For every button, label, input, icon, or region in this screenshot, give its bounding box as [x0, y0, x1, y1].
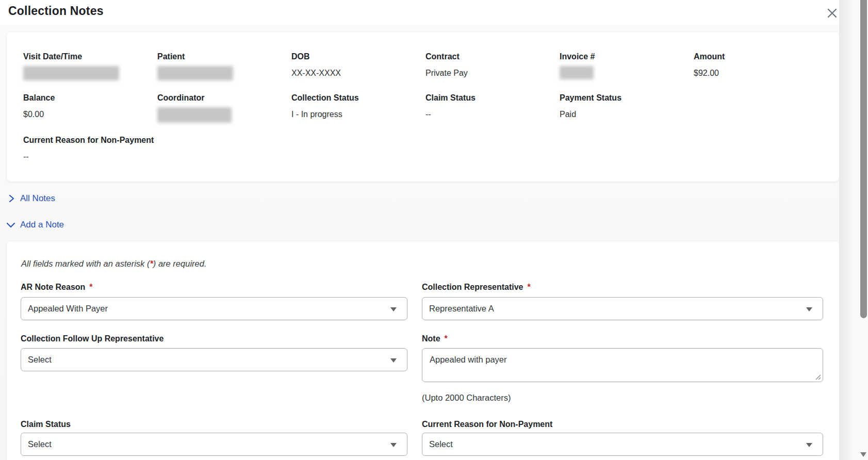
field-invoice-number: Invoice #: [560, 52, 694, 80]
note-char-limit-hint: (Upto 2000 Characters): [422, 393, 511, 403]
label-text: AR Note Reason: [21, 283, 85, 291]
asterisk: *: [445, 334, 448, 343]
chevron-down-icon: [6, 221, 15, 229]
close-icon: [827, 8, 838, 19]
ar-note-reason-select[interactable]: Appealed With Payer: [21, 297, 407, 320]
add-note-label: Add a Note: [20, 220, 64, 230]
current-reason-non-payment-label: Current Reason for Non-Payment: [422, 420, 823, 429]
label-text: Claim Status: [21, 420, 71, 429]
collection-representative-select[interactable]: Representative A: [422, 297, 823, 320]
claim-status-label: Claim Status: [21, 420, 407, 429]
collection-follow-up-representative-select[interactable]: Select: [21, 348, 407, 371]
field-label: Coordinator: [157, 93, 291, 103]
note-label: Note*: [422, 334, 823, 343]
scrollbar-track[interactable]: [859, 0, 868, 460]
selected-value: Appealed With Payer: [28, 304, 108, 314]
visit-info-card: Visit Date/Time Patient DOB XX-XX-XXXX C…: [7, 32, 839, 182]
note-text: Appealed with payer: [430, 355, 507, 364]
all-notes-label: All Notes: [20, 193, 55, 204]
field-label: Patient: [157, 52, 291, 61]
field-visit-date-time: Visit Date/Time: [23, 52, 157, 80]
collection-follow-up-representative-label: Collection Follow Up Representative: [21, 334, 407, 343]
scrollbar-thumb[interactable]: [860, 0, 867, 318]
asterisk: *: [528, 283, 531, 291]
field-value: I - In progress: [291, 109, 425, 120]
close-button[interactable]: [824, 5, 840, 21]
field-value: $0.00: [23, 109, 157, 120]
field-label: Balance: [23, 93, 157, 103]
selected-value: Select: [28, 439, 52, 449]
field-label: Current Reason for Non-Payment: [23, 135, 425, 145]
field-label: Amount: [694, 52, 828, 61]
page-title: Collection Notes: [8, 4, 104, 18]
field-contract: Contract Private Pay: [425, 52, 560, 80]
field-value: XX-XX-XXXX: [291, 68, 425, 78]
label-text: Collection Follow Up Representative: [21, 334, 163, 343]
spacer-cell: [694, 93, 828, 123]
field-dob: DOB XX-XX-XXXX: [291, 52, 425, 80]
field-payment-status: Payment Status Paid: [560, 93, 694, 123]
label-text: Note: [422, 334, 440, 343]
redacted-value: [157, 66, 233, 80]
caret-down-icon: [806, 307, 812, 311]
field-value: --: [23, 151, 425, 162]
collection-notes-dialog: Collection Notes Visit Date/Time Patient…: [0, 0, 868, 460]
selected-value: Representative A: [429, 304, 494, 314]
selected-value: Select: [429, 439, 453, 449]
page-edge-strip: [839, 0, 859, 460]
required-note-prefix: All fields marked with an asterisk (: [21, 259, 150, 268]
current-reason-non-payment-select[interactable]: Select: [422, 433, 823, 456]
field-label: Invoice #: [560, 52, 694, 61]
field-current-reason-non-payment: Current Reason for Non-Payment --: [23, 135, 425, 162]
redacted-value: [157, 107, 232, 123]
asterisk: *: [89, 283, 92, 291]
field-value: Paid: [560, 109, 694, 120]
claim-status-select[interactable]: Select: [21, 433, 407, 456]
field-label: DOB: [291, 52, 425, 61]
required-fields-note: All fields marked with an asterisk (*) a…: [21, 259, 206, 269]
collection-representative-label: Collection Representative*: [422, 283, 823, 292]
scrollbar-down-arrow-icon[interactable]: [860, 452, 866, 457]
selected-value: Select: [28, 355, 52, 365]
chevron-right-icon: [7, 194, 15, 203]
note-textarea[interactable]: Appealed with payer: [422, 348, 823, 382]
redacted-value: [560, 66, 594, 79]
field-patient: Patient: [157, 52, 291, 80]
field-value: Private Pay: [425, 68, 560, 78]
caret-down-icon: [390, 358, 397, 363]
required-note-suffix: ) are required.: [153, 259, 207, 268]
field-claim-status: Claim Status --: [425, 93, 560, 123]
add-note-toggle[interactable]: Add a Note: [6, 220, 64, 230]
field-coordinator: Coordinator: [157, 93, 291, 123]
field-label: Visit Date/Time: [23, 52, 157, 61]
field-label: Contract: [425, 52, 560, 61]
label-text: Current Reason for Non-Payment: [422, 420, 552, 429]
caret-down-icon: [390, 443, 397, 447]
dialog-header: Collection Notes: [0, 0, 839, 25]
all-notes-toggle[interactable]: All Notes: [7, 193, 55, 204]
field-collection-status: Collection Status I - In progress: [291, 93, 425, 123]
ar-note-reason-label: AR Note Reason*: [21, 283, 407, 292]
caret-down-icon: [806, 443, 812, 447]
field-balance: Balance $0.00: [23, 93, 157, 123]
visit-info-grid: Visit Date/Time Patient DOB XX-XX-XXXX C…: [23, 52, 828, 162]
resize-handle-icon[interactable]: [815, 374, 821, 380]
label-text: Collection Representative: [422, 283, 523, 291]
field-label: Collection Status: [291, 93, 425, 103]
caret-down-icon: [390, 307, 397, 311]
field-value: --: [425, 109, 560, 120]
add-note-form-card: All fields marked with an asterisk (*) a…: [7, 241, 839, 460]
field-label: Payment Status: [560, 93, 694, 103]
field-value: $92.00: [694, 68, 828, 78]
field-label: Claim Status: [425, 93, 560, 103]
field-amount: Amount $92.00: [694, 52, 828, 80]
redacted-value: [23, 66, 119, 80]
